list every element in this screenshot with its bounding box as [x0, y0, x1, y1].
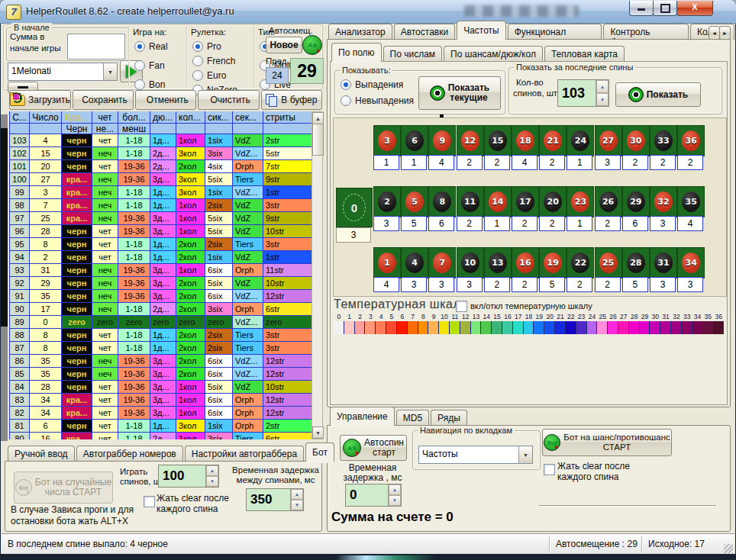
bot-random-start-button[interactable]: Bot Бот на случайныечисла СТАРТ: [14, 471, 113, 504]
radio-option-pro[interactable]: Pro: [192, 40, 237, 53]
table-cell: 5six: [205, 381, 233, 394]
toolbar-button-clear[interactable]: Очистить: [198, 90, 259, 110]
table-cell: 4six: [205, 160, 233, 173]
tab-scroll-left-icon[interactable]: ◄: [709, 26, 720, 40]
toolbar-button-undo[interactable]: Отменить: [135, 90, 196, 110]
tab-control-3[interactable]: Ряды: [431, 410, 467, 426]
scroll-down-icon[interactable]: ▼: [312, 426, 324, 439]
table-cell: 90: [10, 303, 30, 316]
start-sum-input[interactable]: [67, 34, 125, 60]
table-row: 890zerozerozerozerozerozeroVdZ...zero: [10, 316, 312, 329]
tab-main-4[interactable]: Функционал PsevdoMS: [508, 24, 602, 40]
radio-option-fan[interactable]: Fan: [134, 59, 168, 72]
radio-option-real[interactable]: Real: [134, 40, 168, 53]
radio-icon[interactable]: [134, 60, 145, 71]
resize-grip[interactable]: [724, 544, 733, 553]
chevron-down-icon[interactable]: ▼: [103, 63, 117, 80]
radio-option-label: Bon: [149, 79, 165, 90]
maximize-button[interactable]: [653, 1, 677, 16]
spin-delay-stepper[interactable]: 350 ▲▼: [246, 488, 304, 511]
table-scrollbar[interactable]: ▲ ▼: [312, 111, 323, 439]
radio-icon[interactable]: [134, 79, 145, 90]
radio-icon[interactable]: [341, 79, 351, 90]
radio-icon[interactable]: [192, 41, 203, 52]
radio-option-euro[interactable]: Euro: [192, 69, 237, 82]
profile-combobox[interactable]: 1Melonati ▼: [8, 63, 118, 81]
table-cell: [233, 124, 263, 134]
spin-down-icon[interactable]: ▼: [206, 476, 218, 487]
autoshift-icon[interactable]: As: [302, 35, 322, 55]
radio-option-misses[interactable]: Невыпадения: [341, 94, 414, 108]
temp-scale-color: [376, 321, 386, 334]
table-cell: 82: [10, 407, 30, 420]
spin-count-stepper[interactable]: 103 ▲▼: [557, 79, 609, 107]
spin-down-icon[interactable]: ▼: [389, 495, 401, 506]
left-scrollbar-thumb[interactable]: [1, 128, 8, 327]
radio-icon[interactable]: [341, 95, 351, 106]
table-cell: дю...: [150, 111, 176, 124]
spin-up-icon[interactable]: ▲: [596, 80, 608, 93]
close-button[interactable]: X: [676, 1, 713, 16]
show-radio-group: ВыпаденияНевыпадения: [341, 78, 414, 108]
play-spins-stepper[interactable]: 100 ▲▼: [158, 465, 219, 488]
minimize-button[interactable]: [629, 1, 654, 16]
new-autoshift-button[interactable]: Новое: [266, 37, 302, 53]
temp-scale-checkbox[interactable]: [456, 301, 467, 312]
show-current-button[interactable]: Показатьтекущие: [418, 76, 501, 110]
table-cell: 3кол: [176, 147, 205, 160]
tab-sub-4[interactable]: Тепловая карта: [544, 46, 625, 62]
radio-option-hits[interactable]: Выпадения: [341, 78, 414, 92]
temp-scale-column: 15: [492, 313, 502, 334]
radio-icon[interactable]: [192, 56, 203, 66]
tab-main-2[interactable]: Автоставки: [394, 24, 456, 40]
table-cell: 86: [10, 355, 30, 368]
table-cell: 19-36: [118, 173, 150, 186]
tab-main-5[interactable]: Контроль банкролла: [603, 24, 689, 40]
bot-chance-start-button[interactable]: Bot Бот на шанс/противошансСТАРТ: [542, 429, 672, 456]
scroll-up-icon[interactable]: ▲: [312, 112, 324, 124]
tab-control-2[interactable]: MD5: [396, 410, 429, 426]
redacted-text: [464, 5, 579, 17]
board-number-cell: 15: [484, 125, 512, 156]
table-cell: 10str: [263, 225, 312, 238]
tab-sub-2[interactable]: По числам: [383, 46, 443, 62]
spin-down-icon[interactable]: ▼: [291, 500, 303, 510]
temp-scale-color: [640, 321, 650, 334]
table-cell: 1д...: [150, 251, 176, 264]
temp-scale-color: [660, 321, 671, 334]
spin-down-icon[interactable]: ▼: [596, 93, 608, 106]
table-cell: 1-18: [118, 238, 150, 251]
spin-up-icon[interactable]: ▲: [206, 465, 218, 476]
tab-input-4[interactable]: Бот: [305, 443, 334, 462]
toolbar-button-save[interactable]: Сохранить: [73, 90, 134, 110]
show-button[interactable]: Показать: [615, 82, 701, 107]
temp-scale-value: 12: [460, 313, 471, 321]
table-scrollbar-thumb[interactable]: [312, 124, 324, 156]
left-scrollbar[interactable]: [1, 114, 8, 441]
radio-icon[interactable]: [192, 70, 203, 81]
tab-input-1[interactable]: Ручной ввод: [8, 446, 75, 462]
table-cell: черн: [62, 147, 92, 160]
spin-up-icon[interactable]: ▲: [291, 489, 303, 500]
spin-up-icon[interactable]: ▲: [389, 484, 401, 495]
nav-combobox[interactable]: Частоты ▼: [418, 446, 533, 464]
radio-option-french[interactable]: French: [192, 54, 237, 68]
tab-scroll-right-icon[interactable]: ►: [719, 26, 731, 40]
tab-input-2[interactable]: Автограббер номеров: [76, 446, 183, 462]
tab-input-3[interactable]: Настройки автограббера: [185, 446, 304, 462]
radio-icon[interactable]: [134, 41, 145, 52]
tab-main-1[interactable]: Анализатор: [328, 24, 392, 40]
clear-after-spin-checkbox[interactable]: [144, 496, 155, 507]
tab-control-1[interactable]: Управление: [330, 407, 395, 426]
toolbar-button-copy[interactable]: В буфер: [261, 90, 322, 110]
table-cell: кра...: [62, 186, 92, 199]
autospin-start-button[interactable]: AS Автоспинстарт: [340, 435, 407, 461]
chevron-down-icon[interactable]: ▼: [518, 446, 532, 463]
board-number-cell: 25: [595, 247, 622, 278]
delay-stepper[interactable]: 0 ▲▼: [345, 484, 402, 507]
tab-main-3[interactable]: Частоты: [457, 21, 506, 40]
tab-sub-1[interactable]: По полю: [331, 43, 382, 62]
tab-sub-3[interactable]: По шансам/дюж/кол: [444, 46, 543, 62]
board-number: 31: [654, 253, 673, 273]
clear-after-spin-checkbox-right[interactable]: [544, 464, 555, 475]
